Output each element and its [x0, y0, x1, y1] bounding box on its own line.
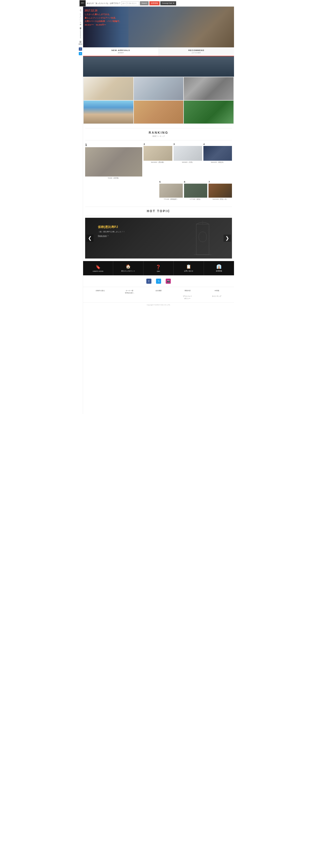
hero-line2: 暮らしにフィットするアーバ住居。	[85, 16, 121, 20]
link-privacy[interactable]: プライバシー ポリシー	[173, 295, 202, 300]
rank-photo-6	[184, 184, 207, 198]
footer-icon-contact[interactable]: 📋 お問い合わせ	[174, 261, 204, 275]
rank-photo-2	[143, 146, 172, 161]
link-owner[interactable]: オーナー様 管理会社様へ	[115, 289, 143, 294]
carousel-text: 仮称)恵比寿PJ （仮）恵比寿PJ上棟しました！！ Read more >	[98, 225, 125, 237]
footer-icon-house-finding[interactable]: 🏠 家さがしのポイント	[113, 261, 143, 275]
recruit-label: 採用情報	[216, 270, 222, 272]
rank-num-6: 6	[184, 181, 207, 183]
carousel-arrow-left[interactable]: ❮	[86, 235, 93, 242]
footer-twitter-icon[interactable]: 𝕏	[156, 279, 161, 284]
recruit-icon: 👔	[217, 264, 222, 269]
link-all-properties[interactable]: 全物件を観る	[86, 289, 114, 294]
carousel-title: 仮称)恵比寿PJ	[98, 225, 125, 229]
rank-num-7: 7	[208, 181, 232, 183]
rank-num-4: 4	[203, 143, 232, 146]
svg-rect-1	[199, 232, 206, 242]
search-question: あなたの「あったらいいな」は何ですか？	[87, 2, 120, 5]
hero-date: 2017.12.16	[85, 9, 121, 12]
ranking-item-3[interactable]: 3 SR2925（日高）	[174, 143, 202, 179]
ranking-item-7[interactable]: 7 SA21220（阿佐ヶ谷）	[208, 181, 232, 200]
menu-button[interactable]: ☰ MENU	[79, 40, 82, 45]
tab-new-arrivals[interactable]: NEW ARRIVALS 新着物件	[83, 48, 159, 56]
nav-tabs: NEW ARRIVALS 新着物件 RECOMMEND おすすめ物件	[83, 48, 234, 56]
hot-topic-divider-top	[85, 207, 232, 207]
footer-icon-qa[interactable]: ❓ Q&A	[143, 261, 174, 275]
qa-icon: ❓	[156, 265, 161, 270]
hot-topic-section: HOT TOPIC	[83, 203, 234, 218]
sidebar-vertical-text-1: あったらいいな探し	[79, 8, 82, 25]
house-finding-icon: 🏠	[126, 264, 131, 269]
search-area: あなたの「あったらいいな」は何ですか？ Search 採用情報 Concept …	[87, 1, 231, 5]
hero-content: 2017.12.16 したかった暮らしができる。 暮らしにフィットするアーバ住居…	[85, 9, 121, 27]
search-button[interactable]: Search	[140, 1, 149, 5]
footer-instagram-icon[interactable]: 📷	[166, 279, 171, 284]
rank-name-6: CT7165（築地）	[184, 198, 207, 200]
tab-recommend[interactable]: RECOMMEND おすすめ物件	[159, 48, 234, 56]
ranking-section: RANKING 検索ランキング 1 TA339（浅草橋） 2 SE41822（西…	[83, 124, 234, 203]
social-footer: f 𝕏 📷	[83, 275, 234, 287]
tab-recommend-en: RECOMMEND	[160, 49, 233, 52]
sidebar-vertical-text-2: 新着順	[79, 26, 82, 27]
logo[interactable]: EARLY	[80, 0, 86, 6]
grid-image-3[interactable]	[184, 77, 233, 100]
main-content: 2017.12.16 したかった暮らしができる。 暮らしにフィットするアーバ住居…	[83, 7, 234, 414]
hero-section: 2017.12.16 したかった暮らしができる。 暮らしにフィットするアーバ住居…	[83, 7, 234, 48]
hot-topic-divider-bottom	[85, 215, 232, 216]
footer-links-grid-2: プライバシー ポリシー サイトマップ	[173, 295, 231, 300]
ranking-item-2[interactable]: 2 SE41822（西永橋）	[143, 143, 172, 179]
ranking-item-4[interactable]: 4 SN44/45（神定浜）	[203, 143, 232, 179]
hero-line4: 28.32㎡〜 92,000円〜	[85, 23, 121, 27]
readmore-arrow-icon: >	[108, 235, 109, 237]
footer-icon-recruit[interactable]: 👔 採用情報	[204, 261, 234, 275]
twitter-icon[interactable]: 𝕏	[79, 52, 82, 55]
house-finding-label: 家さがしのポイント	[121, 270, 135, 272]
link-business[interactable]: 事業内容	[174, 289, 202, 294]
readmore-text: Read more	[98, 235, 107, 237]
links-footer: 全物件を観る オーナー様 管理会社様へ 会社概要 事業内容 IR情報 プライバシ…	[83, 287, 234, 302]
contact-label: お問い合わせ	[184, 270, 193, 272]
carousel-arrow-right[interactable]: ❯	[224, 235, 231, 242]
concept-sort-button[interactable]: Concept Sort ▼	[160, 1, 176, 5]
page-wrapper: あったらいいな探し 新着順 Recommend ☰ MENU f 𝕏 2017.…	[78, 7, 234, 414]
link-ir[interactable]: IR情報	[203, 289, 231, 294]
secondary-hero	[83, 56, 234, 77]
logo-text: EARLY	[81, 3, 84, 4]
rank-num-1: 1	[85, 143, 142, 147]
footer-facebook-icon[interactable]: f	[146, 279, 151, 284]
sidebar: あったらいいな探し 新着順 Recommend ☰ MENU f 𝕏	[78, 7, 83, 414]
rank-name-2: SE41822（西永橋）	[143, 161, 172, 163]
link-sitemap[interactable]: サイトマップ	[202, 295, 231, 300]
facebook-icon[interactable]: f	[79, 48, 82, 51]
copyright-bar: Copyright © EARLY AGE CO.,LTD.	[83, 302, 234, 307]
recruit-button[interactable]: 採用情報	[149, 1, 160, 5]
footer-icon-user-voice[interactable]: 🔖 USER'S VOICE	[83, 261, 113, 275]
rank-name-7: SA21220（阿佐ヶ谷）	[208, 198, 232, 200]
grid-image-6[interactable]	[184, 101, 233, 124]
menu-label: MENU	[79, 43, 82, 45]
ranking-item-6[interactable]: 6 CT7165（築地）	[184, 181, 207, 200]
rank-name-1: TA339（浅草橋）	[85, 177, 142, 179]
user-voice-icon: 🔖	[95, 265, 101, 270]
grid-image-2[interactable]	[134, 77, 183, 100]
carousel: 仮称)恵比寿PJ （仮）恵比寿PJ上棟しました！！ Read more > ❮ …	[85, 218, 232, 258]
grid-image-5[interactable]	[134, 101, 183, 124]
ranking-item-1[interactable]: 1 TA339（浅草橋）	[85, 143, 142, 179]
rank-photo-1	[85, 147, 142, 177]
grid-image-4[interactable]	[84, 101, 133, 124]
ranking-bottom-row: 5 TT1106（新御徒町） 6 CT7165（築地） 7 SA21220（阿佐…	[159, 181, 232, 200]
link-company[interactable]: 会社概要	[144, 289, 173, 294]
grid-image-1[interactable]	[84, 77, 133, 100]
ranking-item-5[interactable]: 5 TT1106（新御徒町）	[159, 181, 183, 200]
carousel-readmore[interactable]: Read more >	[98, 235, 125, 237]
svg-rect-0	[196, 224, 209, 255]
footer-icon-bar: 🔖 USER'S VOICE 🏠 家さがしのポイント ❓ Q&A 📋 お問い合わ…	[83, 261, 234, 275]
rank-num-3: 3	[174, 143, 202, 146]
tab-new-arrivals-jp: 新着物件	[84, 52, 158, 54]
hero-line3: 土間スペースは自転車・バイク駐輪可。	[85, 20, 121, 23]
carousel-drawing	[189, 219, 217, 257]
sidebar-vertical-text-3: Recommend	[80, 28, 81, 38]
search-input[interactable]	[121, 1, 139, 5]
tab-new-arrivals-en: NEW ARRIVALS	[84, 49, 158, 52]
tab-recommend-jp: おすすめ物件	[160, 52, 233, 54]
